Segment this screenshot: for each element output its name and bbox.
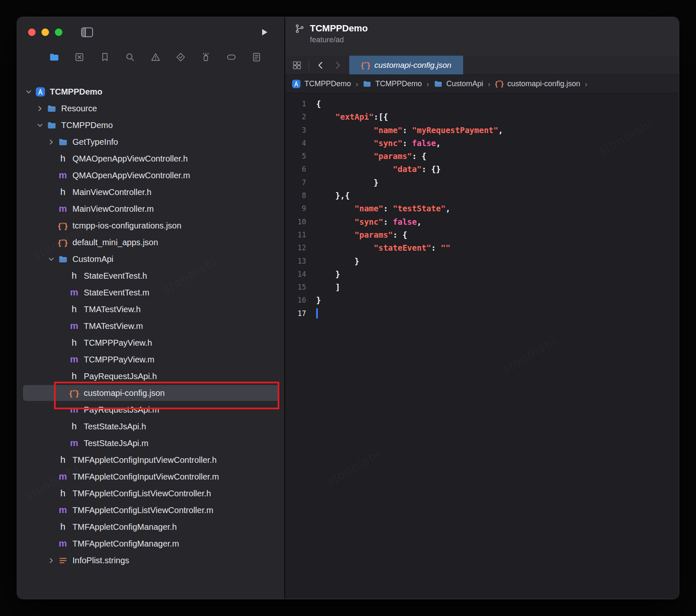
source-control-branch-icon	[294, 23, 305, 34]
tree-item-customapi[interactable]: CustomApi	[17, 251, 284, 267]
disclosure-closed-icon[interactable]	[34, 105, 45, 112]
code-line: 7 }	[285, 176, 679, 189]
tree-item-label: TMFAppletConfigInputViewController.m	[72, 472, 219, 482]
breadcrumb-separator-icon: ›	[355, 80, 359, 89]
code-text: "data": {}	[306, 163, 441, 176]
folder-icon	[57, 254, 69, 264]
header-file-icon: h	[68, 372, 80, 381]
json-file-icon: {“”}	[68, 389, 80, 397]
tree-item-gettypeinfo[interactable]: GetTypeInfo	[17, 133, 284, 150]
debug-navigator-icon[interactable]	[201, 52, 211, 62]
line-number: 11	[285, 228, 306, 241]
disclosure-closed-icon[interactable]	[46, 139, 57, 146]
breadcrumb-item[interactable]: TCMPPDemo	[363, 80, 422, 88]
header-file-icon: h	[57, 455, 69, 465]
disclosure-open-icon[interactable]	[34, 122, 45, 129]
tree-item-mainviewcontroller-h[interactable]: hMainViewController.h	[17, 184, 284, 200]
tree-item-resource[interactable]: Resource	[17, 100, 284, 117]
tree-item-tmatestview-m[interactable]: mTMATestView.m	[17, 318, 284, 334]
line-number: 1	[285, 98, 306, 110]
run-button[interactable]	[259, 27, 269, 38]
breadcrumb-item[interactable]: {“”}customapi-config.json	[495, 80, 580, 88]
tree-item-tcmpp-ios-configurations-json[interactable]: {“”}tcmpp-ios-configurations.json	[17, 217, 284, 234]
minimize-button[interactable]	[41, 28, 49, 36]
code-text: }	[306, 268, 340, 281]
tree-item-mainviewcontroller-m[interactable]: mMainViewController.m	[17, 200, 284, 217]
tree-item-tcmpppayview-m[interactable]: mTCMPPPayView.m	[17, 351, 284, 368]
tree-item-tmfappletconfiglistviewcontroller-m[interactable]: mTMFAppletConfigListViewController.m	[17, 502, 284, 518]
tree-item-payrequestjsapi-m[interactable]: mPayRequestJsApi.m	[17, 401, 284, 418]
json-file-icon: {“”}	[57, 239, 69, 246]
disclosure-open-icon[interactable]	[23, 88, 34, 95]
sidebar-toggle-button[interactable]	[81, 27, 93, 38]
code-line: 4 "sync": false,	[285, 137, 679, 150]
tree-item-default-mini-apps-json[interactable]: {“”}default_mini_apps.json	[17, 234, 284, 251]
line-number: 3	[285, 124, 306, 137]
tree-item-tcmppdemo[interactable]: TCMPPDemo	[17, 83, 284, 100]
header-file-icon: h	[57, 187, 69, 197]
code-text: "params": {	[306, 228, 407, 241]
implementation-file-icon: m	[57, 506, 69, 515]
breakpoints-navigator-icon[interactable]	[226, 52, 237, 62]
source-control-navigator-icon[interactable]	[74, 52, 85, 62]
code-text: }	[306, 255, 359, 268]
editor-header: TCMPPDemo feature/ad	[285, 17, 679, 56]
line-number: 13	[285, 255, 306, 268]
line-number: 6	[285, 163, 306, 176]
tree-item-stateeventtest-h[interactable]: hStateEventTest.h	[17, 267, 284, 284]
tree-item-label: TMFAppletConfigListViewController.m	[72, 506, 213, 515]
tab-overview-icon[interactable]	[292, 60, 302, 70]
tree-item-teststatejsapi-m[interactable]: mTestStateJsApi.m	[17, 435, 284, 452]
tree-item-label: TMFAppletConfigManager.m	[72, 539, 179, 549]
tests-navigator-icon[interactable]	[175, 52, 186, 62]
tree-item-payrequestjsapi-h[interactable]: hPayRequestJsApi.h	[17, 368, 284, 385]
tree-item-label: customapi-config.json	[84, 388, 165, 398]
code-text: "extApi":[{	[306, 110, 388, 123]
breadcrumb-separator-icon: ›	[487, 80, 491, 89]
project-navigator-icon[interactable]	[49, 52, 59, 62]
code-line: 15 ]	[285, 281, 679, 294]
header-file-icon: h	[57, 489, 69, 498]
tree-item-tmfappletconfiginputviewcontroller-h[interactable]: hTMFAppletConfigInputViewController.h	[17, 452, 284, 468]
header-file-icon: h	[68, 305, 80, 314]
tree-item-label: tcmpp-ios-configurations.json	[72, 221, 181, 231]
tree-item-tmfappletconfiglistviewcontroller-h[interactable]: hTMFAppletConfigListViewController.h	[17, 485, 284, 502]
tree-item-infoplist-strings[interactable]: InfoPlist.strings	[17, 552, 284, 569]
tree-item-tmfappletconfiginputviewcontroller-m[interactable]: mTMFAppletConfigInputViewController.m	[17, 468, 284, 485]
code-line: 17	[285, 307, 679, 320]
zoom-button[interactable]	[55, 28, 62, 36]
tab-label: customapi-config.json	[374, 61, 451, 70]
tree-item-label: StateEventTest.h	[84, 271, 147, 281]
tree-item-tmatestview-h[interactable]: hTMATestView.h	[17, 301, 284, 318]
tree-item-customapi-config-json[interactable]: {“”}customapi-config.json	[17, 385, 284, 401]
tree-item-qmaopenappviewcontroller-m[interactable]: mQMAOpenAppViewController.m	[17, 167, 284, 184]
reports-navigator-icon[interactable]	[251, 52, 262, 62]
tree-item-tmfappletconfigmanager-m[interactable]: mTMFAppletConfigManager.m	[17, 535, 284, 552]
tree-item-tcmppdemo[interactable]: TCMPPDemo	[17, 117, 284, 133]
code-line: 12 "stateEvent": ""	[285, 241, 679, 254]
breadcrumb-item[interactable]: TCMPPDemo	[292, 80, 351, 88]
bookmarks-navigator-icon[interactable]	[100, 52, 110, 62]
disclosure-open-icon[interactable]	[46, 256, 57, 263]
issues-navigator-icon[interactable]	[150, 52, 161, 62]
breadcrumb-label: CustomApi	[446, 80, 483, 88]
tree-item-teststatejsapi-h[interactable]: hTestStateJsApi.h	[17, 418, 284, 435]
tree-item-tmfappletconfigmanager-h[interactable]: hTMFAppletConfigManager.h	[17, 518, 284, 535]
back-button[interactable]	[316, 60, 326, 70]
disclosure-closed-icon[interactable]	[46, 557, 57, 564]
tree-item-qmaopenappviewcontroller-h[interactable]: hQMAOpenAppViewController.h	[17, 150, 284, 167]
tree-item-label: TMATestView.h	[84, 305, 141, 314]
tree-item-tcmpppayview-h[interactable]: hTCMPPPayView.h	[17, 334, 284, 351]
find-navigator-icon[interactable]	[125, 52, 135, 62]
tab-customapi-config-json[interactable]: {“”} customapi-config.json	[349, 56, 463, 74]
implementation-file-icon: m	[57, 204, 69, 213]
file-tree: TCMPPDemoResourceTCMPPDemoGetTypeInfohQM…	[17, 67, 284, 599]
close-button[interactable]	[28, 28, 36, 36]
code-line: 5 "params": {	[285, 150, 679, 163]
code-editor[interactable]: 1{2 "extApi":[{3 "name": "myRequestPayme…	[285, 93, 679, 599]
tree-item-label: default_mini_apps.json	[72, 238, 158, 247]
code-text: "name": "testState",	[306, 202, 450, 215]
tree-item-stateeventtest-m[interactable]: mStateEventTest.m	[17, 284, 284, 301]
breadcrumb-item[interactable]: CustomApi	[434, 80, 483, 88]
forward-button[interactable]	[333, 60, 343, 70]
